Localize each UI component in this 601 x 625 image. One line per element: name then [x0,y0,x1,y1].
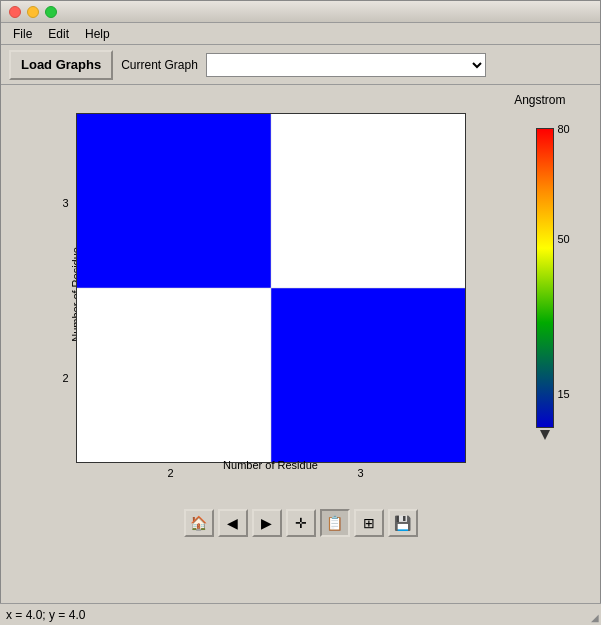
maximize-button[interactable] [45,6,57,18]
statusbar: x = 4.0; y = 4.0 ◢ [0,603,601,625]
svg-rect-2 [77,288,271,462]
resize-icon[interactable]: ◢ [591,612,599,623]
back-button[interactable]: ◀ [218,509,248,537]
menu-edit[interactable]: Edit [40,25,77,43]
graph-select[interactable] [206,53,486,77]
y-tick-2: 2 [63,372,69,384]
forward-button[interactable]: ▶ [252,509,282,537]
subplots-button[interactable]: ⊞ [354,509,384,537]
home-button[interactable]: 🏠 [184,509,214,537]
svg-rect-3 [271,288,465,462]
toolbar: Load Graphs Current Graph [1,45,600,85]
titlebar [1,1,600,23]
colorbar-arrow [540,430,550,440]
colorbar-value-15: 15 [558,388,570,400]
chart-container: Angstrom Number of Residue 3 2 2 [21,93,581,503]
menu-help[interactable]: Help [77,25,118,43]
main-content: Angstrom Number of Residue 3 2 2 [1,85,600,580]
current-graph-label: Current Graph [121,58,198,72]
colorbar-value-80: 80 [558,123,570,135]
colorbar-title: Angstrom [514,93,565,107]
x-tick-3: 3 [357,467,363,479]
colorbar-gradient [536,128,554,428]
y-tick-3: 3 [63,197,69,209]
status-text: x = 4.0; y = 4.0 [6,608,85,622]
svg-rect-1 [271,114,465,288]
load-graphs-button[interactable]: Load Graphs [9,50,113,80]
svg-rect-0 [77,114,271,288]
colorbar: 80 50 15 [536,113,576,463]
x-axis-label: Number of Residue [223,459,318,471]
close-button[interactable] [9,6,21,18]
colorbar-value-50: 50 [558,233,570,245]
pan-button[interactable]: ✛ [286,509,316,537]
menu-file[interactable]: File [5,25,40,43]
plot-area[interactable] [76,113,466,463]
bottom-toolbar: 🏠 ◀ ▶ ✛ 📋 ⊞ 💾 [9,503,592,543]
minimize-button[interactable] [27,6,39,18]
x-tick-2: 2 [167,467,173,479]
save-button[interactable]: 💾 [388,509,418,537]
menubar: File Edit Help [1,23,600,45]
select-button[interactable]: 📋 [320,509,350,537]
